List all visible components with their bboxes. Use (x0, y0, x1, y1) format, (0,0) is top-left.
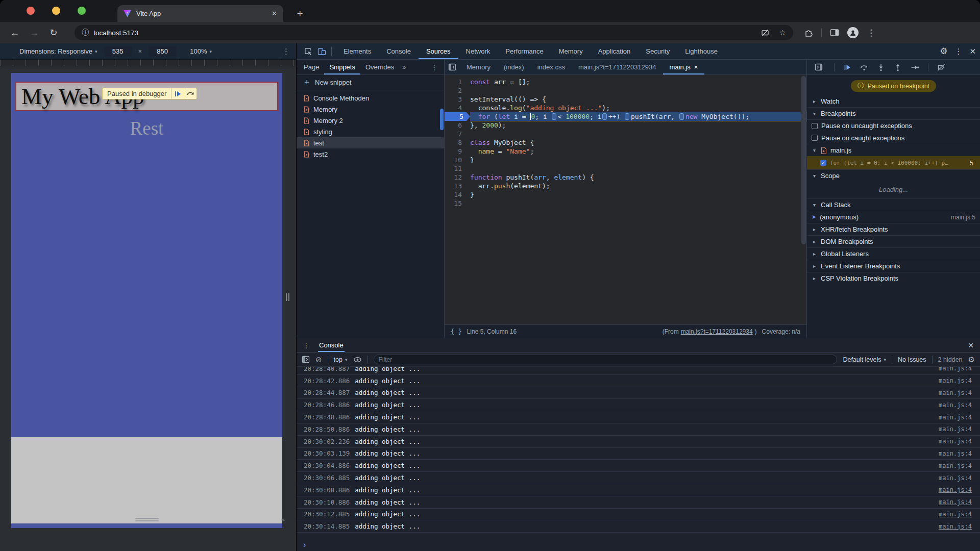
pretty-print-icon[interactable]: { } (451, 328, 462, 335)
navigator-menu-icon[interactable]: ⋮ (431, 63, 442, 71)
resume-script-button[interactable] (171, 88, 184, 99)
log-source-link[interactable]: main.js:4 (939, 425, 972, 433)
code-editor-area[interactable]: 1const arr = [];23setInterval(() => {4 c… (445, 75, 806, 324)
snippet-item-memory-2[interactable]: Memory 2 (297, 115, 444, 126)
devtools-tab-sources[interactable]: Sources (419, 43, 458, 59)
log-source-link[interactable]: main.js:4 (939, 511, 972, 518)
line-number[interactable]: 5 (445, 112, 470, 121)
section-watch[interactable]: ▸ Watch (807, 95, 980, 107)
snippet-item-console-methoden[interactable]: Console Methoden (297, 92, 444, 104)
line-content[interactable] (470, 130, 806, 138)
pause-caught-checkbox[interactable] (812, 135, 818, 141)
line-content[interactable]: const arr = []; (470, 78, 806, 86)
section-scope[interactable]: ▾ Scope (807, 169, 980, 182)
deactivate-breakpoints-icon[interactable] (937, 63, 945, 71)
devtools-tab-security[interactable]: Security (638, 43, 677, 59)
devtools-tab-application[interactable]: Application (591, 43, 639, 59)
inline-breakpoint-marker[interactable] (602, 113, 607, 120)
profile-avatar[interactable] (847, 27, 859, 38)
line-content[interactable]: class MyObject { (470, 138, 806, 147)
issues-counter[interactable]: No Issues (898, 356, 926, 363)
inline-breakpoint-marker[interactable] (625, 113, 629, 120)
drawer-close-icon[interactable]: ✕ (968, 341, 974, 349)
hide-debugger-sidebar-icon[interactable] (812, 61, 825, 74)
log-source-link[interactable]: main.js:4 (939, 498, 972, 506)
line-content[interactable]: setInterval(() => { (470, 95, 806, 104)
tab-close-icon[interactable]: ✕ (272, 10, 277, 17)
inline-breakpoint-marker[interactable] (679, 113, 684, 120)
breakpoint-entry[interactable]: ✓ for (let i = 0; i < 100000; i++) p… 5 (807, 156, 980, 169)
side-panel-icon[interactable] (830, 29, 839, 37)
console-sidebar-toggle-icon[interactable] (302, 356, 310, 363)
section-global-listeners[interactable]: ▸Global Listeners (807, 247, 980, 260)
snippet-item-test2[interactable]: test2 (297, 148, 444, 160)
devtools-tab-console[interactable]: Console (379, 43, 419, 59)
line-number[interactable]: 12 (445, 173, 470, 182)
log-source-link[interactable]: main.js:4 (939, 450, 972, 457)
devtools-tab-elements[interactable]: Elements (336, 43, 379, 59)
eye-icon[interactable] (353, 356, 362, 363)
dimensions-select[interactable]: Dimensions: Responsive ▾ (19, 47, 97, 55)
log-source-link[interactable]: main.js:4 (939, 414, 972, 421)
resume-script-icon[interactable] (843, 63, 851, 71)
step-into-icon[interactable] (877, 63, 885, 71)
line-number[interactable]: 13 (445, 182, 470, 190)
source-map-link[interactable]: main.js?t=1711220312934 (681, 328, 753, 335)
context-select[interactable]: top ▾ (334, 356, 348, 363)
pause-uncaught-row[interactable]: Pause on uncaught exceptions (807, 119, 980, 132)
pause-caught-row[interactable]: Pause on caught exceptions (807, 132, 980, 144)
line-number[interactable]: 14 (445, 190, 470, 199)
log-source-link[interactable]: main.js:4 (939, 474, 972, 482)
close-tab-icon[interactable]: × (694, 63, 698, 71)
pause-uncaught-checkbox[interactable] (812, 123, 818, 129)
line-content[interactable]: } (470, 156, 806, 164)
step-icon[interactable] (911, 63, 919, 71)
browser-tab[interactable]: Vite App ✕ (117, 5, 283, 22)
log-source-link[interactable]: main.js:4 (939, 486, 972, 493)
maximize-window-button[interactable] (78, 7, 86, 15)
file-tab-index[interactable]: (index) (497, 60, 531, 74)
step-over-icon[interactable] (860, 63, 868, 71)
line-number[interactable]: 11 (445, 164, 470, 173)
device-toolbar-toggle-icon[interactable] (315, 45, 328, 58)
address-bar[interactable]: ⓘ localhost:5173 ☆ (75, 25, 793, 40)
file-tab-memory[interactable]: Memory (460, 60, 497, 74)
file-tab-main-js[interactable]: main.js× (663, 60, 705, 74)
section-csp-violation-breakpoints[interactable]: ▸CSP Violation Breakpoints (807, 272, 980, 284)
section-call-stack[interactable]: ▾ Call Stack (807, 198, 980, 211)
section-event-listener-breakpoints[interactable]: ▸Event Listener Breakpoints (807, 260, 980, 272)
log-source-link[interactable]: main.js:4 (939, 462, 972, 469)
console-prompt[interactable]: › (297, 539, 980, 551)
section-breakpoints[interactable]: ▾ Breakpoints (807, 107, 980, 119)
log-source-link[interactable]: main.js:4 (939, 367, 972, 372)
log-source-link[interactable]: main.js:4 (939, 438, 972, 445)
line-number[interactable]: 6 (445, 121, 470, 130)
log-source-link[interactable]: main.js:4 (939, 389, 972, 396)
viewport-resize-corner[interactable]: ⫽ (280, 519, 286, 521)
line-number[interactable]: 7 (445, 130, 470, 138)
hide-navigator-icon[interactable] (446, 61, 459, 74)
line-content[interactable] (470, 164, 806, 173)
line-content[interactable]: console.log("adding object ..."); (470, 104, 806, 112)
section-xhr-fetch-breakpoints[interactable]: ▸XHR/fetch Breakpoints (807, 223, 980, 235)
line-number[interactable]: 15 (445, 199, 470, 208)
devtools-close-icon[interactable]: ✕ (969, 47, 976, 56)
console-settings-icon[interactable]: ⚙ (968, 355, 975, 364)
line-content[interactable]: name = "Name"; (470, 147, 806, 156)
navigator-tab-page[interactable]: Page (299, 60, 324, 74)
log-levels-select[interactable]: Default levels ▾ (843, 356, 886, 363)
viewport-resize-handle-bottom[interactable] (135, 518, 159, 521)
file-tab-index-css[interactable]: index.css (531, 60, 572, 74)
line-number[interactable]: 9 (445, 147, 470, 156)
viewport-height-input[interactable] (149, 46, 176, 57)
snippet-item-test[interactable]: test (297, 137, 444, 148)
line-number[interactable]: 2 (445, 86, 470, 95)
device-toolbar-menu-icon[interactable]: ⋮ (282, 47, 290, 56)
navigator-tab-overrides[interactable]: Overrides (360, 60, 399, 74)
close-window-button[interactable] (27, 7, 35, 15)
snippet-item-memory[interactable]: Memory (297, 104, 444, 115)
line-content[interactable]: } (470, 190, 806, 199)
line-number[interactable]: 4 (445, 104, 470, 112)
devtools-tab-performance[interactable]: Performance (498, 43, 551, 59)
breakpoint-file-group[interactable]: ▾ main.js (807, 144, 980, 156)
